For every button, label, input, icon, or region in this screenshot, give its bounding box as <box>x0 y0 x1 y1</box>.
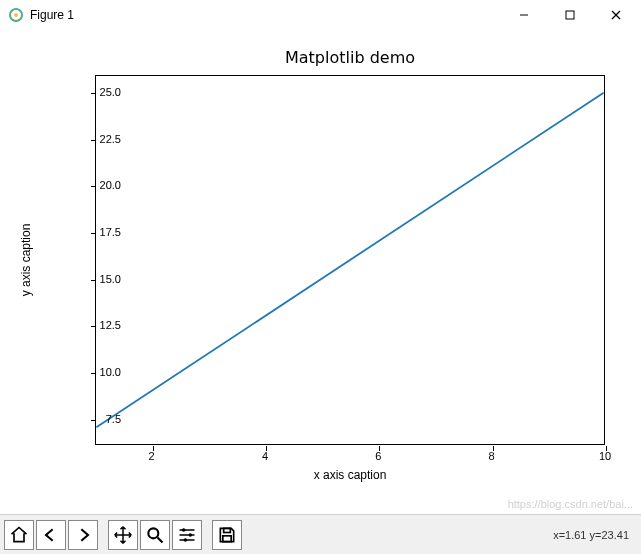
x-axis-label: x axis caption <box>95 468 605 482</box>
x-tick-label: 10 <box>599 450 611 462</box>
y-tick-label: 17.5 <box>81 226 121 238</box>
y-tick-label: 7.5 <box>81 413 121 425</box>
y-tick-label: 10.0 <box>81 366 121 378</box>
y-tick-label: 25.0 <box>81 86 121 98</box>
x-tick-label: 2 <box>149 450 155 462</box>
y-tick-label: 22.5 <box>81 133 121 145</box>
x-tick-label: 8 <box>489 450 495 462</box>
app-icon <box>8 7 24 23</box>
home-button[interactable] <box>4 520 34 550</box>
window-title: Figure 1 <box>30 8 74 22</box>
plot-canvas[interactable]: Matplotlib demo y axis caption x axis ca… <box>0 30 641 514</box>
y-tick-label: 15.0 <box>81 273 121 285</box>
axes-frame <box>95 75 605 445</box>
y-axis-label: y axis caption <box>18 75 34 445</box>
forward-button[interactable] <box>68 520 98 550</box>
y-tick-label: 12.5 <box>81 319 121 331</box>
svg-rect-12 <box>223 535 231 541</box>
svg-rect-11 <box>224 528 231 532</box>
svg-rect-3 <box>566 11 574 19</box>
pan-button[interactable] <box>108 520 138 550</box>
zoom-button[interactable] <box>140 520 170 550</box>
back-button[interactable] <box>36 520 66 550</box>
configure-subplots-button[interactable] <box>172 520 202 550</box>
chart-title: Matplotlib demo <box>95 48 605 67</box>
svg-line-7 <box>158 537 163 542</box>
window-controls <box>501 0 639 30</box>
minimize-button[interactable] <box>501 0 547 30</box>
x-tick-label: 4 <box>262 450 268 462</box>
window-titlebar: Figure 1 <box>0 0 641 30</box>
x-tick-label: 6 <box>375 450 381 462</box>
svg-point-6 <box>148 528 158 538</box>
close-button[interactable] <box>593 0 639 30</box>
svg-point-1 <box>14 13 18 17</box>
matplotlib-toolbar: x=1.61 y=23.41 <box>0 514 641 554</box>
save-button[interactable] <box>212 520 242 550</box>
y-tick-label: 20.0 <box>81 179 121 191</box>
coordinate-readout: x=1.61 y=23.41 <box>553 529 637 541</box>
svg-point-8 <box>182 528 186 532</box>
line-layer <box>96 76 604 444</box>
svg-point-9 <box>189 533 193 537</box>
series-line <box>96 93 603 428</box>
svg-point-10 <box>184 538 188 542</box>
maximize-button[interactable] <box>547 0 593 30</box>
